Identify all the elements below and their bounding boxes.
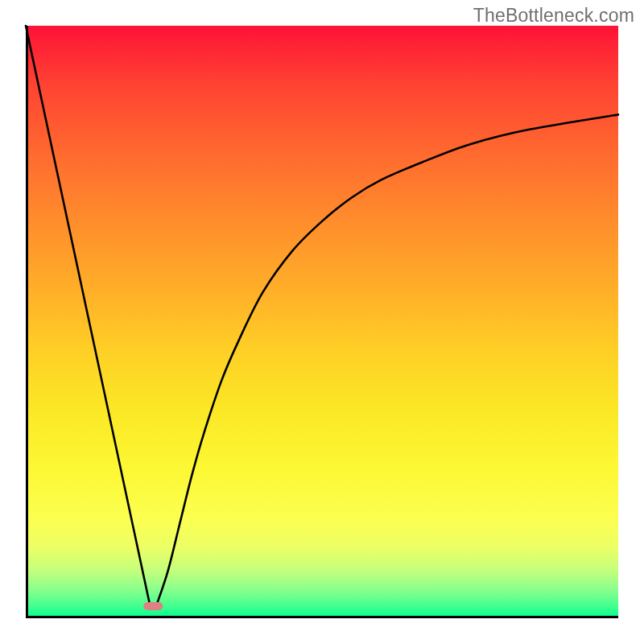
left-line-path <box>26 26 151 606</box>
watermark-text: TheBottleneck.com <box>473 5 634 27</box>
optimal-marker <box>143 602 163 610</box>
chart-curve-layer <box>26 26 618 618</box>
bottleneck-chart: TheBottleneck.com <box>0 0 644 644</box>
right-curve-path <box>156 114 618 606</box>
